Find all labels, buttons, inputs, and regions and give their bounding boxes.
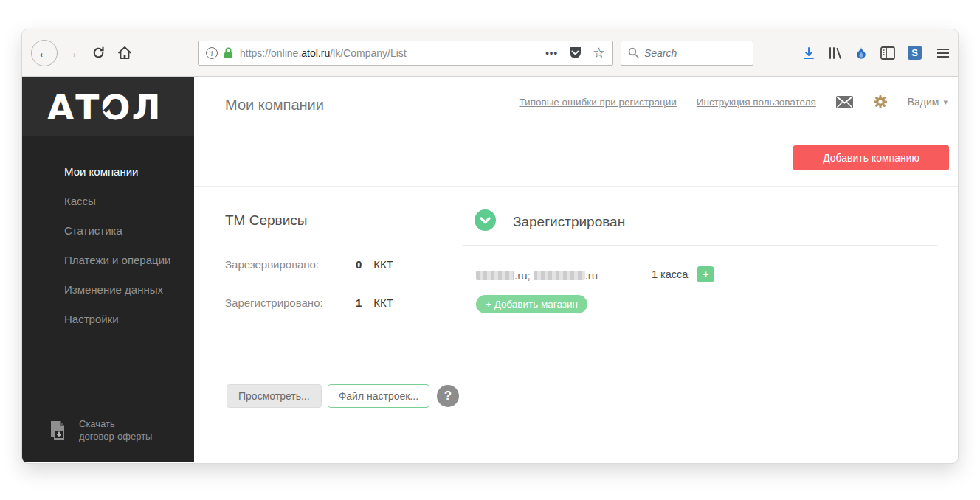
home-icon: [117, 46, 132, 60]
sidebar-item-settings[interactable]: Настройки: [22, 305, 194, 334]
sidebar-item-companies[interactable]: Мои компании: [22, 157, 194, 187]
link-registration-errors[interactable]: Типовые ошибки при регистрации: [519, 97, 676, 108]
url-path: /lk/Company/List: [330, 47, 406, 59]
url-text: https://online.atol.ru/lk/Company/List: [240, 47, 545, 59]
sidebars-icon[interactable]: [880, 46, 895, 60]
user-menu[interactable]: Вадим ▾: [908, 96, 948, 108]
search-input[interactable]: [644, 47, 740, 59]
reserved-unit: ККТ: [373, 258, 393, 271]
status-label: Зарегистрирован: [513, 214, 625, 230]
reload-button[interactable]: [87, 42, 109, 64]
domain-suffix-1: .ru;: [514, 269, 531, 282]
url-prefix: https://online.: [240, 47, 301, 59]
add-shop-button[interactable]: + Добавить магазин: [476, 295, 587, 313]
view-button[interactable]: Просмотреть...: [227, 384, 322, 408]
url-bar[interactable]: i https://online.atol.ru/lk/Company/List…: [198, 41, 613, 66]
url-domain: atol.ru: [301, 47, 330, 59]
sidebar-nav: Мои компании Кассы Статистика Платежи и …: [22, 136, 194, 334]
user-name: Вадим: [908, 96, 939, 108]
status-divider: [463, 245, 937, 246]
bottom-divider: [194, 417, 958, 417]
gear-icon[interactable]: [873, 94, 888, 109]
reserved-row: Зарезервировано: 0 ККТ: [225, 258, 393, 271]
main-panel: Мои компании Типовые ошибки при регистра…: [194, 77, 958, 462]
library-icon[interactable]: [828, 46, 842, 60]
sidebar-item-kassy[interactable]: Кассы: [22, 187, 194, 216]
status-registered-icon[interactable]: [475, 209, 496, 231]
offer-line2: договор-оферты: [79, 431, 152, 442]
extension-flame-icon[interactable]: [855, 46, 868, 60]
reload-icon: [92, 46, 106, 60]
pocket-icon[interactable]: [568, 46, 582, 60]
header-divider: [194, 186, 958, 187]
reserved-label: Зарезервировано:: [225, 258, 356, 271]
add-kassa-button[interactable]: +: [697, 266, 714, 282]
atol-logo-text: АТОЛ: [47, 88, 162, 126]
redacted-domain-1: [476, 271, 514, 280]
bookmark-star-icon[interactable]: ☆: [593, 46, 605, 60]
sidebar: АТОЛ Мои компании Кассы Статистика Плате…: [22, 77, 194, 462]
chevron-down-icon: ▾: [943, 97, 948, 107]
help-icon[interactable]: ?: [437, 385, 459, 407]
mail-icon[interactable]: [836, 96, 853, 108]
home-button[interactable]: [114, 42, 136, 64]
download-offer-link[interactable]: Скачать договор-оферты: [48, 418, 152, 443]
menu-hamburger-icon[interactable]: [937, 49, 949, 58]
search-icon: [628, 47, 639, 58]
domain-suffix-2: .ru: [585, 269, 598, 282]
registered-value: 1: [356, 296, 362, 309]
kassa-count: 1 касса: [652, 268, 688, 280]
reserved-value: 0: [356, 258, 362, 271]
download-icon[interactable]: [802, 46, 815, 60]
back-button[interactable]: ←: [31, 40, 58, 66]
forward-button[interactable]: →: [61, 42, 83, 64]
registered-unit: ККТ: [373, 296, 393, 309]
browser-window: ← → i https://online.atol.ru/lk/Company/: [22, 29, 958, 463]
sidebar-item-statistics[interactable]: Статистика: [22, 216, 194, 246]
kassa-group: 1 касса +: [652, 266, 714, 282]
s-extension-icon[interactable]: S: [908, 46, 922, 60]
offer-line1: Скачать: [79, 418, 115, 429]
redacted-domain-2: [534, 271, 585, 280]
link-user-manual[interactable]: Инструкция пользователя: [697, 97, 816, 108]
registered-label: Зарегистрировано:: [225, 296, 356, 309]
page-title: Мои компании: [225, 97, 324, 114]
shop-domains: .ru; .ru: [476, 269, 598, 282]
add-company-button[interactable]: Добавить компанию: [793, 145, 949, 170]
atol-logo[interactable]: АТОЛ: [22, 77, 194, 136]
sidebar-item-payments[interactable]: Платежи и операции: [22, 246, 194, 275]
download-offer-label: Скачать договор-оферты: [79, 418, 152, 443]
search-box[interactable]: [621, 41, 753, 66]
settings-file-button[interactable]: Файл настроек...: [328, 384, 429, 408]
download-document-icon: [48, 420, 67, 441]
secure-lock-icon: [224, 47, 233, 59]
page-actions-icon[interactable]: •••: [545, 47, 558, 58]
sidebar-item-data-change[interactable]: Изменение данных: [22, 275, 194, 305]
site-info-icon[interactable]: i: [206, 47, 218, 59]
registered-row: Зарегистрировано: 1 ККТ: [225, 296, 393, 309]
company-name: ТМ Сервисы: [225, 212, 307, 229]
browser-toolbar: ← → i https://online.atol.ru/lk/Company/: [22, 29, 958, 77]
